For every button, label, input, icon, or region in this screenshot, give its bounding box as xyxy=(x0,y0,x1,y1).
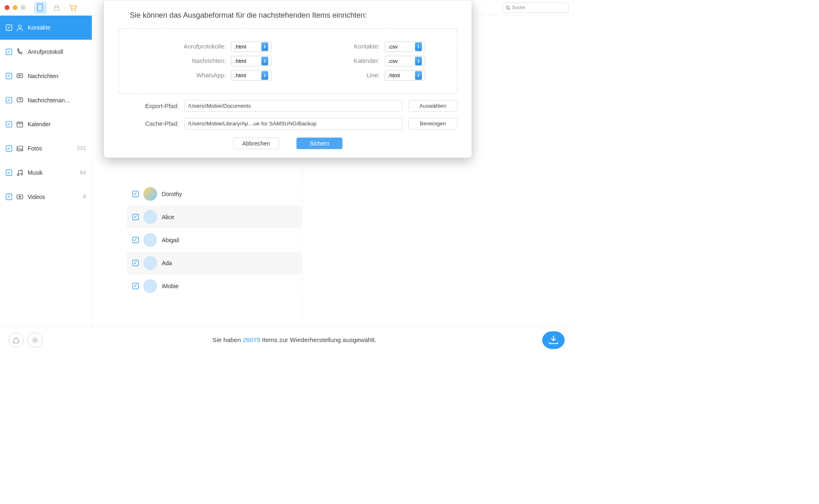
chevron-updown-icon: ▲▼ xyxy=(261,71,268,80)
gear-icon xyxy=(31,336,39,344)
messages-icon xyxy=(16,72,23,80)
svg-point-16 xyxy=(21,173,22,175)
chevron-updown-icon: ▲▼ xyxy=(261,42,268,51)
sidebar-item-label: Nachrichtenan… xyxy=(28,97,70,104)
maximize-window-icon xyxy=(21,5,25,10)
sidebar-item-musik[interactable]: ✓ Musik 64 xyxy=(0,161,92,185)
sidebar: ✓ Kontakte ✓ Anrufprotokoll ✓ Nachrichte… xyxy=(0,16,92,327)
contact-name: Alice xyxy=(162,214,174,220)
svg-point-4 xyxy=(506,6,509,9)
svg-rect-7 xyxy=(17,74,23,78)
sidebar-item-nachrichtenanhang[interactable]: ✓ Nachrichtenan… xyxy=(0,88,92,112)
sidebar-item-kalender[interactable]: ✓ 3 Kalender xyxy=(0,112,92,136)
window-controls xyxy=(5,5,25,10)
close-window-icon[interactable] xyxy=(5,5,9,10)
checkbox-icon[interactable]: ✓ xyxy=(6,146,12,152)
sidebar-item-label: Musik xyxy=(28,169,43,176)
avatar xyxy=(143,279,157,293)
checkbox-icon[interactable]: ✓ xyxy=(6,121,12,127)
format-select-nachrichten[interactable]: .html▲▼ xyxy=(231,56,271,66)
list-item[interactable]: ✓ Ada xyxy=(127,252,302,275)
checkbox-icon[interactable]: ✓ xyxy=(132,214,139,220)
checkbox-icon[interactable]: ✓ xyxy=(6,49,12,55)
sidebar-item-fotos[interactable]: ✓ Fotos 232 xyxy=(0,136,92,161)
export-button[interactable] xyxy=(542,331,565,349)
search-icon xyxy=(506,5,510,10)
svg-point-2 xyxy=(72,10,73,11)
sidebar-item-label: Anrufprotokoll xyxy=(28,49,63,55)
svg-rect-14 xyxy=(17,146,23,151)
export-path-label: Export-Pfad: xyxy=(118,102,179,109)
sidebar-item-kontakte[interactable]: ✓ Kontakte xyxy=(0,16,92,40)
footer: Sie haben 26079 Items zur Wiederherstell… xyxy=(0,327,573,353)
format-select-kontakte[interactable]: .csv▲▼ xyxy=(385,42,425,52)
checkbox-icon[interactable]: ✓ xyxy=(6,25,12,31)
home-button[interactable] xyxy=(9,333,23,347)
format-select-line[interactable]: .html▲▼ xyxy=(385,70,425,81)
home-icon xyxy=(12,336,20,344)
sidebar-item-nachrichten[interactable]: ✓ Nachrichten xyxy=(0,64,92,88)
svg-text:3: 3 xyxy=(19,124,21,127)
videos-icon xyxy=(16,193,23,201)
checkbox-icon[interactable]: ✓ xyxy=(132,191,139,197)
contact-name: Abigail xyxy=(162,237,179,243)
checkbox-icon[interactable]: ✓ xyxy=(6,73,12,79)
choose-export-path-button[interactable]: Auswählen xyxy=(408,100,457,112)
avatar xyxy=(143,256,157,270)
svg-point-15 xyxy=(17,174,19,176)
sidebar-item-label: Kalender xyxy=(28,121,51,127)
chevron-updown-icon: ▲▼ xyxy=(415,57,422,65)
sidebar-item-count: 64 xyxy=(80,169,86,176)
save-button[interactable]: Sichern xyxy=(296,138,342,149)
format-select-whatsapp[interactable]: .html▲▼ xyxy=(231,70,271,81)
search-placeholder: Suche xyxy=(512,5,525,10)
phone-icon xyxy=(16,48,23,55)
photos-icon xyxy=(16,145,23,152)
export-path-input[interactable]: /Users/iMobie/Documents xyxy=(185,100,403,112)
cache-path-label: Cache-Pfad: xyxy=(118,120,179,127)
format-label-kontakte: Kontakte: xyxy=(304,43,379,50)
cancel-button[interactable]: Abbrechen xyxy=(233,138,279,149)
footer-status: Sie haben 26079 Items zur Wiederherstell… xyxy=(46,336,542,344)
contacts-icon xyxy=(16,24,23,31)
checkbox-icon[interactable]: ✓ xyxy=(132,237,139,243)
cache-path-input[interactable]: /Users/iMobie/Library/Ap…ue for SAMSUNG/… xyxy=(185,118,403,129)
sidebar-item-videos[interactable]: ✓ Videos 6 xyxy=(0,185,92,209)
music-icon xyxy=(16,169,23,176)
checkbox-icon[interactable]: ✓ xyxy=(132,260,139,266)
checkbox-icon[interactable]: ✓ xyxy=(6,169,12,176)
search-input[interactable]: Suche xyxy=(502,2,569,13)
avatar xyxy=(143,210,157,224)
checkbox-icon[interactable]: ✓ xyxy=(6,97,12,103)
contact-name: Dorothy xyxy=(162,191,182,197)
sidebar-item-anrufprotokoll[interactable]: ✓ Anrufprotokoll xyxy=(0,40,92,64)
checkbox-icon[interactable]: ✓ xyxy=(6,194,12,200)
format-select-kalender[interactable]: .csv▲▼ xyxy=(385,56,425,66)
toolbar-cart-icon[interactable] xyxy=(67,1,79,14)
calendar-icon: 3 xyxy=(16,120,23,128)
toolbar-device-icon[interactable] xyxy=(34,1,47,14)
format-label-anrufprotokolle: Anrufprotokolle: xyxy=(150,43,226,50)
export-settings-modal: Sie können das Ausgabeformat für die nac… xyxy=(104,0,472,158)
svg-line-5 xyxy=(509,9,510,10)
sidebar-item-count: 232 xyxy=(77,146,86,152)
svg-point-6 xyxy=(19,25,21,28)
sidebar-item-label: Kontakte xyxy=(28,24,50,31)
format-options: Anrufprotokolle: .html▲▼ Kontakte: .csv▲… xyxy=(118,28,458,94)
list-item[interactable]: ✓ Abigail xyxy=(127,229,302,252)
clean-cache-button[interactable]: Bereinigen xyxy=(408,118,457,129)
download-icon xyxy=(548,335,559,345)
attachment-icon xyxy=(16,97,23,104)
format-select-anrufprotokolle[interactable]: .html▲▼ xyxy=(231,42,271,52)
toolbar-lock-icon[interactable] xyxy=(51,1,63,14)
minimize-window-icon[interactable] xyxy=(13,5,18,10)
contact-name: iMobie xyxy=(162,283,178,289)
settings-button[interactable] xyxy=(28,333,42,347)
checkbox-icon[interactable]: ✓ xyxy=(132,283,139,289)
format-label-kalender: Kalender: xyxy=(304,58,379,65)
svg-point-19 xyxy=(32,337,38,343)
list-item[interactable]: ✓ Alice xyxy=(127,206,302,229)
chevron-updown-icon: ▲▼ xyxy=(415,71,422,80)
list-item[interactable]: ✓ iMobie xyxy=(127,275,302,298)
list-item[interactable]: ✓ Dorothy xyxy=(127,183,302,206)
